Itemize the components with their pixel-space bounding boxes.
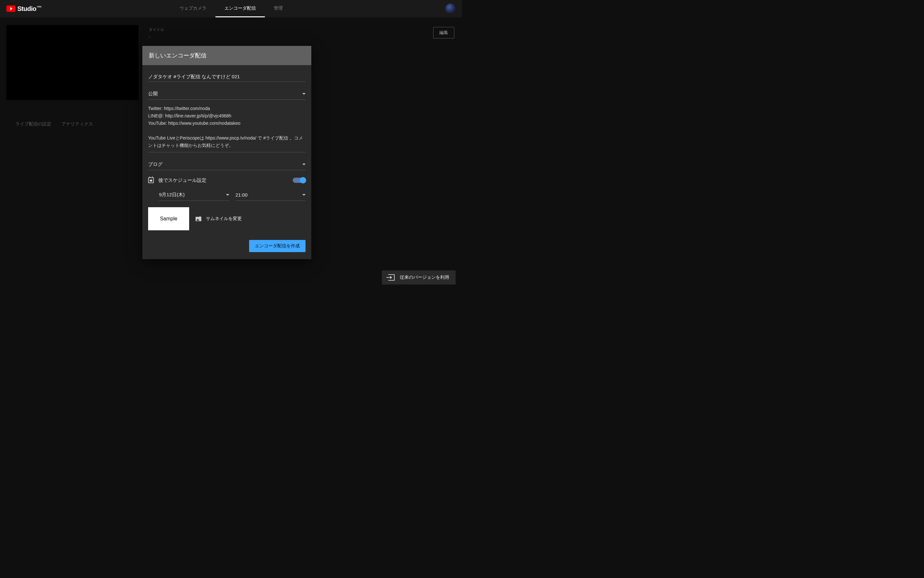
stream-title-input[interactable] — [148, 71, 306, 82]
image-add-icon — [196, 216, 201, 221]
edit-button[interactable]: 編集 — [433, 27, 454, 39]
modal-heading: 新しいエンコーダ配信 — [143, 46, 311, 65]
subtab-analytics[interactable]: アナリティクス — [62, 121, 93, 127]
time-value: 21:00 — [236, 192, 248, 198]
title-label: タイトル — [149, 27, 164, 32]
change-thumbnail-label: サムネイルを変更 — [206, 216, 242, 222]
chevron-down-icon — [302, 194, 306, 196]
user-avatar[interactable] — [445, 3, 456, 14]
create-stream-button[interactable]: エンコーダ配信を作成 — [249, 240, 306, 252]
chevron-down-icon — [226, 194, 229, 196]
visibility-select[interactable]: 公開 — [148, 88, 306, 100]
header-tabs: ウェブカメラ エンコーダ配信 管理 — [170, 0, 292, 17]
chevron-down-icon — [302, 164, 306, 165]
stream-title-block: タイトル - — [149, 27, 164, 39]
stream-subtabs: ライブ配信の設定 アナリティクス — [6, 121, 138, 127]
main-content: ライブ配信の設定 アナリティクス タイトル - 編集 新しいエンコーダ配信 公開… — [0, 17, 462, 127]
schedule-toggle[interactable] — [293, 178, 306, 183]
tab-encoder[interactable]: エンコーダ配信 — [216, 0, 265, 17]
change-thumbnail-button[interactable]: サムネイルを変更 — [196, 216, 242, 222]
tab-manage[interactable]: 管理 — [265, 0, 292, 17]
category-value: ブログ — [148, 161, 162, 167]
time-select[interactable]: 21:00 — [236, 189, 306, 201]
date-value: 9月12日(木) — [159, 192, 185, 198]
top-header: Studiobeta ウェブカメラ エンコーダ配信 管理 — [0, 0, 462, 17]
thumbnail-preview: Sample — [148, 207, 189, 230]
description-textarea[interactable]: Twitter: https://twitter.com/nodaLINE@: … — [148, 105, 306, 153]
studio-wordmark: Studiobeta — [17, 5, 41, 13]
details-pane: タイトル - 編集 新しいエンコーダ配信 公開 Twitter: https:/… — [143, 25, 457, 127]
legacy-version-button[interactable]: 従来のバージョンを利用 — [382, 270, 456, 284]
tab-webcam[interactable]: ウェブカメラ — [170, 0, 216, 17]
video-preview — [6, 25, 138, 100]
studio-logo[interactable]: Studiobeta — [6, 5, 41, 13]
youtube-icon — [6, 5, 15, 12]
title-value: - — [149, 34, 164, 39]
category-select[interactable]: ブログ — [148, 158, 306, 170]
legacy-label: 従来のバージョンを利用 — [400, 274, 449, 280]
calendar-icon — [148, 177, 154, 183]
subtab-stream-settings[interactable]: ライブ配信の設定 — [15, 121, 51, 127]
exit-icon — [388, 274, 395, 281]
preview-pane: ライブ配信の設定 アナリティクス — [6, 25, 138, 127]
new-encoder-modal: 新しいエンコーダ配信 公開 Twitter: https://twitter.c… — [143, 46, 311, 259]
schedule-label: 後でスケジュール設定 — [158, 177, 288, 183]
visibility-value: 公開 — [148, 91, 158, 97]
chevron-down-icon — [302, 93, 306, 95]
date-select[interactable]: 9月12日(木) — [159, 189, 229, 201]
